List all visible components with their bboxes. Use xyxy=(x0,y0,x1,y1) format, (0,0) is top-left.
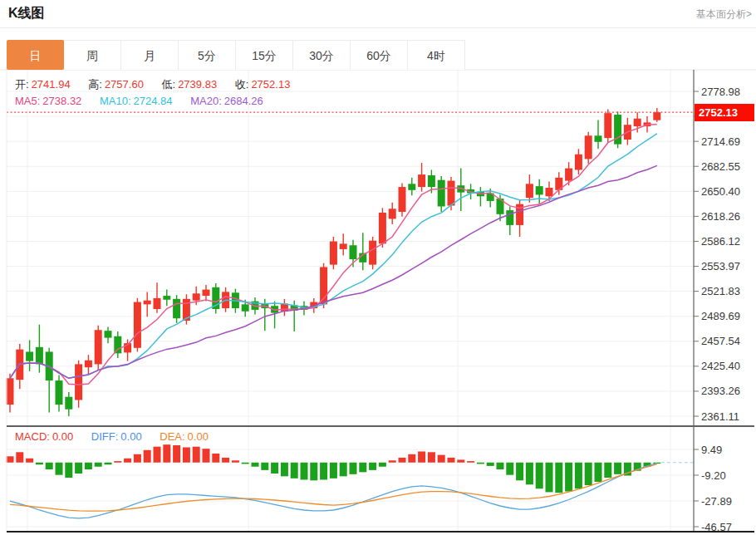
candle-body xyxy=(604,113,611,138)
open-label: 开: xyxy=(15,78,29,91)
candle-body xyxy=(203,290,210,296)
macd-bar xyxy=(350,463,357,474)
tab-月[interactable]: 月 xyxy=(121,40,179,70)
candle-body xyxy=(536,186,543,194)
macd-bar xyxy=(114,461,121,463)
macd-bar xyxy=(291,463,298,479)
candle-body xyxy=(75,364,82,400)
macd-bar xyxy=(124,459,131,463)
macd-label: MACD: xyxy=(15,430,50,443)
macd-bar xyxy=(428,452,435,462)
macd-bar xyxy=(340,463,347,477)
macd-bar xyxy=(7,456,14,462)
macd-bar xyxy=(595,463,602,482)
macd-bar xyxy=(222,458,229,463)
ma5-value: 2738.32 xyxy=(42,95,81,107)
macd-bar xyxy=(183,447,190,462)
close-label: 收: xyxy=(235,78,249,91)
period-tab-bar: 日周月5分15分30分60分4时 xyxy=(7,40,465,70)
y-axis-label: 2521.83 xyxy=(701,285,740,297)
candle-body xyxy=(36,347,43,365)
candle-body xyxy=(634,119,641,126)
candle-body xyxy=(242,304,249,311)
candle-body xyxy=(438,180,445,207)
candle-body xyxy=(418,174,425,187)
macd-bar xyxy=(301,463,308,480)
tab-30分[interactable]: 30分 xyxy=(293,40,351,70)
macd-bar xyxy=(526,463,533,485)
y-axis-label: 2393.26 xyxy=(701,385,740,397)
macd-bar xyxy=(95,463,102,467)
macd-bar xyxy=(320,463,327,480)
candle-body xyxy=(154,298,161,309)
y-axis-label: 2650.40 xyxy=(701,185,740,198)
dea-value: 0.00 xyxy=(188,430,209,443)
macd-bar xyxy=(614,463,621,474)
macd-readout: MACD:0.00 DIFF:0.00 DEA:0.00 xyxy=(15,430,211,443)
candle-body xyxy=(144,301,151,305)
candle-body xyxy=(526,184,533,198)
tab-15分[interactable]: 15分 xyxy=(236,40,293,70)
y-axis-label: 2361.11 xyxy=(701,410,739,423)
ohlc-readout: 开:2741.94 高:2757.60 低:2739.83 收:2752.13 xyxy=(15,77,292,92)
tab-日[interactable]: 日 xyxy=(7,40,64,70)
macd-bar xyxy=(212,454,219,463)
candle-body xyxy=(389,209,396,218)
fundamental-analysis-link[interactable]: 基本面分析> xyxy=(696,7,752,22)
candle-body xyxy=(114,336,121,354)
high-label: 高: xyxy=(88,78,102,91)
y-axis-label: 2457.54 xyxy=(701,335,740,347)
macd-bar xyxy=(506,463,513,475)
candle-body xyxy=(56,380,63,405)
tab-4时[interactable]: 4时 xyxy=(408,40,465,70)
macd-bar xyxy=(85,463,92,469)
macd-bar xyxy=(477,463,484,464)
dea-label: DEA: xyxy=(160,430,184,443)
macd-bar xyxy=(565,463,572,492)
macd-bar xyxy=(252,463,259,467)
ma20-value: 2684.26 xyxy=(224,95,263,107)
y-axis-label: 2586.12 xyxy=(701,235,740,248)
macd-bar xyxy=(144,450,151,463)
macd-axis-label: -9.20 xyxy=(701,469,726,482)
macd-bar xyxy=(379,463,386,467)
diff-label: DIFF: xyxy=(91,430,119,443)
candle-body xyxy=(575,155,582,170)
macd-bar xyxy=(163,444,170,463)
candle-body xyxy=(408,184,415,189)
macd-bar xyxy=(497,463,504,469)
low-value: 2739.83 xyxy=(178,78,217,91)
current-price-badge: 2752.13 xyxy=(695,104,754,121)
macd-bar xyxy=(359,463,366,473)
macd-bar xyxy=(546,463,553,493)
candle-body xyxy=(448,181,455,206)
macd-bar xyxy=(536,463,543,489)
tab-60分[interactable]: 60分 xyxy=(351,40,408,70)
page-title: K线图 xyxy=(8,5,45,22)
y-axis-label: 2682.55 xyxy=(701,160,740,173)
y-axis-label: 2714.69 xyxy=(701,135,740,148)
y-axis-label: 2778.98 xyxy=(701,86,740,98)
macd-bar xyxy=(448,458,455,463)
candle-body xyxy=(653,112,660,120)
ma5-label: MA5: xyxy=(15,95,40,107)
macd-bar xyxy=(399,458,406,463)
tab-5分[interactable]: 5分 xyxy=(179,40,236,70)
macd-bar xyxy=(203,449,210,463)
candle-body xyxy=(506,210,513,225)
candle-body xyxy=(428,175,435,187)
macd-bar xyxy=(487,463,494,466)
macd-bar xyxy=(271,463,278,474)
macd-bar xyxy=(585,463,592,485)
candle-body xyxy=(330,242,337,265)
candle-body xyxy=(134,302,141,348)
macd-bar xyxy=(555,463,562,493)
macd-axis-label: 9.49 xyxy=(701,444,722,456)
header-divider xyxy=(0,27,756,28)
y-axis-label: 2553.97 xyxy=(701,260,740,272)
candle-body xyxy=(163,296,170,300)
macd-bar xyxy=(330,463,337,479)
diff-value: 0.00 xyxy=(120,430,141,443)
tab-周[interactable]: 周 xyxy=(64,40,121,70)
candle-body xyxy=(585,135,592,159)
